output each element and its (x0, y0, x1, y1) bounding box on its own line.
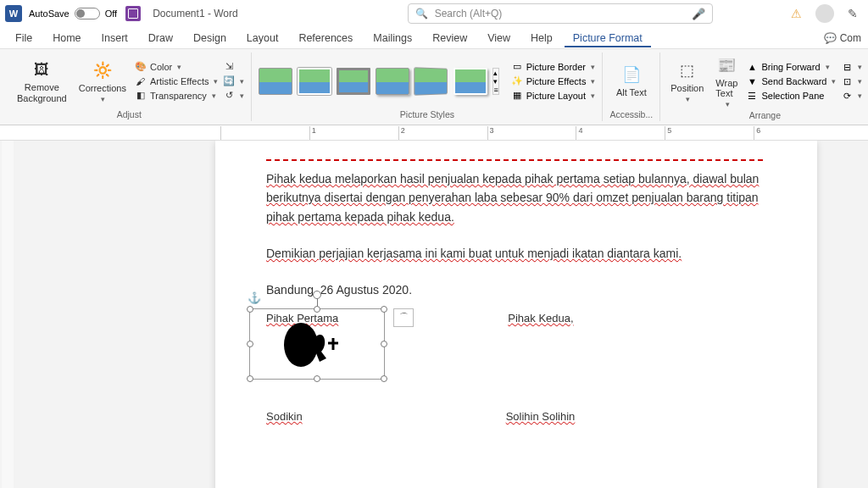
picture-styles-gallery[interactable]: ▴▾≡ (259, 68, 498, 95)
warning-icon[interactable]: ⚠ (791, 7, 802, 20)
ruler[interactable]: 1 2 3 4 5 6 (0, 125, 868, 141)
signature-image (279, 319, 347, 370)
artistic-effects-button[interactable]: 🖌Artistic Effects▾ (135, 75, 218, 87)
anchor-icon[interactable]: ⚓ (248, 290, 261, 308)
rotate-button[interactable]: ⟳▾ (841, 90, 862, 102)
bring-forward-button[interactable]: ▲Bring Forward▾ (746, 61, 836, 73)
paragraph-2[interactable]: Demikian perjajian kerjasama ini kami bu… (266, 244, 766, 263)
layout-options-button[interactable]: ⌒ (393, 308, 414, 327)
picture-effects-button[interactable]: ✨Picture Effects▾ (511, 75, 596, 87)
ribbon-group-accessibility: 📄 Alt Text Accessib... (603, 53, 660, 121)
resize-handle-tr[interactable] (381, 306, 387, 313)
document-page[interactable]: Pihak kedua melaporkan hasil penjualan k… (215, 141, 817, 488)
pic-layout-icon: ▦ (511, 90, 523, 102)
search-input[interactable]: 🔍 Search (Alt+Q) 🎤 (408, 3, 713, 24)
group-button[interactable]: ⊡▾ (841, 75, 862, 87)
style-thumb-2[interactable] (298, 68, 331, 95)
workspace: Pihak kedua melaporkan hasil penjualan k… (0, 141, 868, 488)
position-button[interactable]: ⬚Position▾ (667, 58, 707, 105)
tab-view[interactable]: View (479, 29, 519, 47)
change-picture-button[interactable]: 🔄▾ (223, 75, 244, 87)
rotate-icon: ⟳ (841, 90, 853, 102)
party1-name[interactable]: Sodikin (266, 408, 303, 426)
corrections-button[interactable]: 🔆 Corrections▾ (75, 58, 130, 105)
style-thumb-1[interactable] (259, 68, 292, 95)
comments-button[interactable]: 💬Com (824, 32, 861, 44)
ribbon-group-adjust: 🖼 Remove Background 🔆 Corrections▾ 🎨Colo… (7, 53, 252, 121)
send-backward-label: Send Backward (761, 76, 826, 86)
tab-design[interactable]: Design (185, 29, 235, 47)
mic-icon[interactable]: 🎤 (692, 8, 705, 20)
transparency-icon: ◧ (135, 90, 147, 102)
tab-review[interactable]: Review (424, 29, 476, 47)
save-icon[interactable] (125, 6, 141, 21)
compress-icon: ⇲ (223, 61, 235, 73)
selection-pane-button[interactable]: ☰Selection Pane (746, 90, 836, 102)
align-button[interactable]: ⊟▾ (841, 61, 862, 73)
color-icon: 🎨 (135, 61, 147, 73)
resize-handle-br[interactable] (381, 375, 387, 382)
selection-pane-label: Selection Pane (761, 91, 824, 101)
effects-label: Picture Effects (526, 76, 587, 86)
document-title: Document1 - Word (153, 8, 237, 19)
transparency-button[interactable]: ◧Transparency▾ (135, 90, 218, 102)
tab-insert[interactable]: Insert (93, 29, 136, 47)
user-avatar-icon[interactable] (815, 4, 834, 23)
tab-mailings[interactable]: Mailings (364, 29, 420, 47)
tab-help[interactable]: Help (522, 29, 561, 47)
corrections-label: Corrections (79, 83, 126, 93)
party2-label[interactable]: Pihak Kedua, (508, 310, 573, 328)
gallery-more-button[interactable]: ▴▾≡ (492, 68, 498, 95)
picture-layout-button[interactable]: ▦Picture Layout▾ (511, 90, 596, 102)
alt-text-button[interactable]: 📄 Alt Text (613, 62, 650, 99)
pic-layout-label: Picture Layout (526, 91, 586, 101)
draw-pen-icon[interactable]: ✎ (848, 7, 858, 20)
remove-bg-icon: 🖼 (31, 58, 53, 80)
color-button[interactable]: 🎨Color▾ (135, 61, 218, 73)
comments-label: Com (840, 32, 861, 44)
ruler-mark: 1 (309, 126, 398, 140)
vertical-ruler[interactable] (2, 141, 14, 488)
align-icon: ⊟ (841, 61, 853, 73)
reset-picture-button[interactable]: ↺▾ (223, 90, 244, 102)
resize-handle-b[interactable] (314, 375, 320, 382)
color-label: Color (150, 62, 172, 72)
tab-home[interactable]: Home (44, 29, 89, 47)
remove-background-button[interactable]: 🖼 Remove Background (14, 57, 70, 104)
change-pic-icon: 🔄 (223, 75, 235, 87)
style-thumb-5[interactable] (415, 67, 448, 96)
ribbon-group-arrange: ⬚Position▾ 📰Wrap Text▾ ▲Bring Forward▾ ▼… (660, 53, 868, 121)
transparency-label: Transparency (150, 91, 207, 101)
tab-layout[interactable]: Layout (238, 29, 287, 47)
comment-icon: 💬 (824, 32, 837, 44)
autosave-toggle[interactable]: AutoSave Off (29, 8, 117, 19)
selected-image[interactable] (249, 308, 385, 380)
wrap-text-button[interactable]: 📰Wrap Text▾ (712, 53, 741, 110)
tab-references[interactable]: References (290, 29, 361, 47)
remove-bg-label: Remove Background (17, 82, 67, 103)
style-thumb-3[interactable] (337, 68, 370, 95)
resize-handle-bl[interactable] (247, 375, 253, 382)
picture-border-button[interactable]: ▭Picture Border▾ (511, 61, 596, 73)
tab-file[interactable]: File (7, 29, 41, 47)
wrap-label: Wrap Text (715, 78, 737, 98)
style-thumb-6[interactable] (453, 68, 487, 95)
adjust-group-label: Adjust (117, 109, 142, 121)
compress-button[interactable]: ⇲ (223, 61, 244, 73)
send-backward-button[interactable]: ▼Send Backward▾ (746, 75, 836, 87)
resize-handle-t[interactable] (314, 306, 320, 313)
toggle-track[interactable] (75, 8, 100, 19)
date-line[interactable]: Bandung, 26 Agustus 2020. (266, 280, 766, 299)
paragraph-1[interactable]: Pihak kedua melaporkan hasil penjualan k… (266, 169, 766, 226)
rotate-handle[interactable] (313, 291, 321, 299)
alt-text-icon: 📄 (620, 64, 643, 86)
tab-draw[interactable]: Draw (140, 29, 181, 47)
resize-handle-tl[interactable] (247, 306, 253, 313)
toggle-knob (76, 9, 85, 18)
tab-picture-format[interactable]: Picture Format (565, 29, 651, 47)
resize-handle-r[interactable] (381, 341, 387, 347)
border-label: Picture Border (526, 62, 586, 72)
party2-name[interactable]: Solihin Solihin (506, 408, 576, 426)
style-thumb-4[interactable] (376, 68, 409, 95)
resize-handle-l[interactable] (247, 341, 253, 347)
